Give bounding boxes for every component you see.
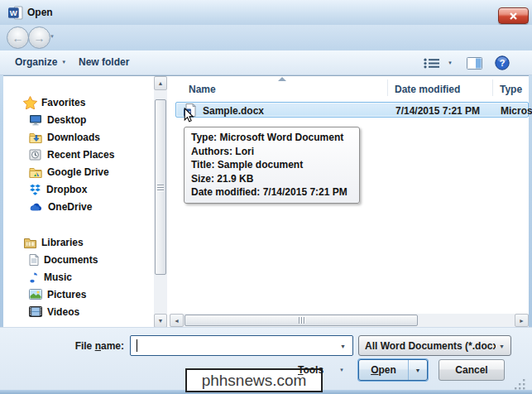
scroll-left-icon[interactable]: ◄ xyxy=(170,314,184,327)
navigation-bar: ← → ▼ « Lori ▶ My Documents ▶ My Work ▼ xyxy=(0,25,532,50)
views-icon[interactable] xyxy=(424,58,440,69)
svg-text:?: ? xyxy=(500,58,506,68)
text-caret xyxy=(137,339,137,352)
file-name: Sample.docx xyxy=(203,105,264,117)
tooltip-line: Size: 21.9 KB xyxy=(191,172,352,186)
tools-menu-button[interactable]: Tools xyxy=(298,364,324,376)
sidebar-group-label: Libraries xyxy=(41,237,84,248)
music-icon xyxy=(29,271,39,283)
open-button[interactable]: Open ▼ xyxy=(358,359,428,381)
file-date-modified: 7/14/2015 7:21 PM xyxy=(395,105,480,117)
tooltip-line: Type: Microsoft Word Document xyxy=(191,131,352,145)
forward-button[interactable]: → xyxy=(28,26,50,49)
sidebar-item-recent-places[interactable]: Recent Places xyxy=(3,146,154,163)
sidebar-group-label: Favorites xyxy=(41,97,85,108)
preview-pane-icon[interactable] xyxy=(467,57,482,70)
cancel-button-label: Cancel xyxy=(455,364,487,376)
tooltip-line: Date modified: 7/14/2015 7:21 PM xyxy=(191,185,352,199)
new-folder-label: New folder xyxy=(79,56,129,68)
file-name-combobox[interactable]: ▼ xyxy=(130,335,353,356)
sidebar-item-label: Videos xyxy=(47,306,79,318)
videos-icon xyxy=(29,306,42,317)
desktop-icon xyxy=(29,114,42,126)
command-bar: Organize ▼ New folder ▼ ? xyxy=(0,50,532,75)
sidebar-group-libraries[interactable]: Libraries xyxy=(3,233,154,251)
sidebar-item-label: Music xyxy=(44,271,72,283)
column-divider[interactable] xyxy=(387,79,388,96)
file-name-input[interactable] xyxy=(138,338,332,355)
new-folder-button[interactable]: New folder xyxy=(79,56,129,68)
libraries-icon xyxy=(23,237,37,248)
sidebar-item-label: Documents xyxy=(44,254,98,266)
sidebar-item-label: Dropbox xyxy=(46,184,87,195)
cancel-button[interactable]: Cancel xyxy=(439,359,505,381)
tools-chevron-icon[interactable]: ▼ xyxy=(339,368,344,372)
column-header-date-modified[interactable]: Date modified xyxy=(395,84,460,95)
scrollbar-thumb[interactable] xyxy=(155,99,166,275)
file-info-tooltip: Type: Microsoft Word Document Authors: L… xyxy=(184,127,360,204)
back-button[interactable]: ← xyxy=(7,26,29,49)
sidebar-item-desktop[interactable]: Desktop xyxy=(3,111,154,128)
sidebar-item-pictures[interactable]: Pictures xyxy=(3,286,154,303)
sidebar-item-label: Desktop xyxy=(47,114,86,126)
star-icon xyxy=(23,96,37,109)
organize-menu-button[interactable]: Organize ▼ xyxy=(15,56,66,68)
sidebar-item-label: Google Drive xyxy=(47,166,109,178)
file-type-dropdown[interactable]: All Word Documents (*.docx*.c ▼ xyxy=(358,335,511,356)
sidebar-item-dropbox[interactable]: Dropbox xyxy=(3,180,154,198)
forward-icon: → xyxy=(34,32,46,44)
scrollbar-thumb[interactable] xyxy=(185,315,418,326)
sidebar-item-documents[interactable]: Documents xyxy=(3,251,154,268)
sidebar-item-label: Pictures xyxy=(47,289,86,300)
column-header-type[interactable]: Type xyxy=(500,84,522,95)
sidebar-item-videos[interactable]: Videos xyxy=(3,303,154,320)
sidebar-item-label: Recent Places xyxy=(47,149,114,161)
sidebar-item-google-drive[interactable]: Google Drive xyxy=(3,163,154,180)
sidebar-item-onedrive[interactable]: OneDrive xyxy=(3,198,154,215)
file-row-sample-docx[interactable]: W Sample.docx 7/14/2015 7:21 PM Micros xyxy=(175,102,529,118)
svg-text:W: W xyxy=(10,8,17,17)
sidebar: Favorites Desktop Downloads Recent Place… xyxy=(3,76,154,328)
help-icon[interactable]: ? xyxy=(495,55,510,70)
tooltip-line: Title: Sample document xyxy=(191,158,352,172)
content-area: Favorites Desktop Downloads Recent Place… xyxy=(3,75,529,327)
sidebar-group-favorites[interactable]: Favorites xyxy=(3,94,154,111)
file-type-value: All Word Documents (*.docx*.c xyxy=(365,340,496,352)
recent-pages-chevron-icon[interactable]: ▼ xyxy=(50,34,55,39)
column-header-name[interactable]: Name xyxy=(189,84,216,95)
horizontal-scrollbar[interactable]: ◄ ► xyxy=(170,314,529,327)
sidebar-item-label: Downloads xyxy=(47,132,100,143)
tooltip-line: Authors: Lori xyxy=(191,145,352,159)
google-drive-icon xyxy=(29,166,42,178)
organize-label: Organize xyxy=(15,56,57,68)
word-app-icon: W xyxy=(8,6,23,20)
scrollbar-grip xyxy=(299,317,304,324)
column-divider[interactable] xyxy=(492,79,493,96)
pictures-icon xyxy=(29,289,42,300)
open-button-label: Open xyxy=(359,364,408,376)
sidebar-item-downloads[interactable]: Downloads xyxy=(3,128,154,146)
scroll-right-icon[interactable]: ► xyxy=(515,314,529,327)
sidebar-item-music[interactable]: Music xyxy=(3,268,154,286)
title-bar: W Open xyxy=(0,0,532,25)
file-list: Name Date modified Type W Sample.docx 7/… xyxy=(170,76,529,328)
chevron-down-icon: ▼ xyxy=(499,344,505,349)
back-icon: ← xyxy=(12,32,24,44)
scrollbar-grip xyxy=(157,185,164,190)
onedrive-icon xyxy=(29,202,43,212)
window-title: Open xyxy=(27,7,53,18)
close-button[interactable] xyxy=(498,7,529,24)
file-name-label: File name: xyxy=(0,340,124,352)
open-split-chevron-icon[interactable]: ▼ xyxy=(408,360,427,380)
recent-places-icon xyxy=(29,149,42,161)
chevron-down-icon: ▼ xyxy=(61,60,66,65)
sidebar-scrollbar[interactable]: ▲ ▼ xyxy=(154,76,167,328)
chevron-down-icon[interactable]: ▼ xyxy=(340,344,346,349)
file-type: Micros xyxy=(501,105,532,117)
scroll-down-icon[interactable]: ▼ xyxy=(154,314,167,328)
close-icon xyxy=(510,12,517,20)
documents-icon xyxy=(29,254,39,266)
views-chevron-icon[interactable]: ▼ xyxy=(448,60,453,65)
scroll-up-icon[interactable]: ▲ xyxy=(154,76,167,90)
resize-grip[interactable] xyxy=(515,379,526,390)
